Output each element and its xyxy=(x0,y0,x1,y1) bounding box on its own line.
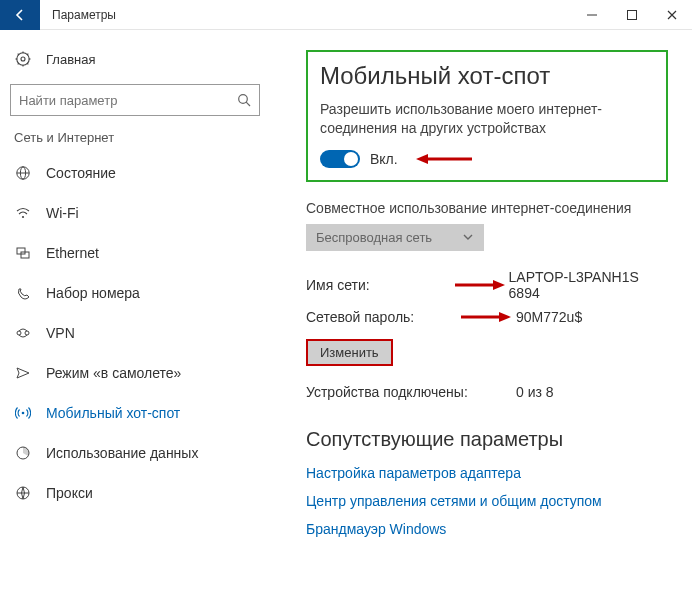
sidebar-item-label: Использование данных xyxy=(46,445,198,461)
sidebar-item-wifi[interactable]: Wi-Fi xyxy=(4,193,266,233)
chevron-down-icon xyxy=(462,231,474,243)
sidebar-item-datausage[interactable]: Использование данных xyxy=(4,433,266,473)
search-input[interactable] xyxy=(19,93,219,108)
svg-rect-1 xyxy=(628,10,637,19)
svg-marker-29 xyxy=(493,280,505,290)
link-network-center[interactable]: Центр управления сетями и общим доступом xyxy=(306,493,668,509)
dialup-icon xyxy=(14,285,32,301)
search-icon xyxy=(237,93,251,107)
sidebar-item-label: Мобильный хот-спот xyxy=(46,405,180,421)
svg-marker-31 xyxy=(499,312,511,322)
network-password-value: 90M772u$ xyxy=(516,309,582,325)
network-name-value: LAPTOP-L3PANH1S 6894 xyxy=(509,269,668,301)
network-password-row: Сетевой пароль: 90M772u$ xyxy=(306,309,668,325)
sidebar-item-proxy[interactable]: Прокси xyxy=(4,473,266,513)
svg-point-3 xyxy=(21,57,25,61)
sidebar-item-airplane[interactable]: Режим «в самолете» xyxy=(4,353,266,393)
link-adapter-settings[interactable]: Настройка параметров адаптера xyxy=(306,465,668,481)
maximize-button[interactable] xyxy=(612,0,652,30)
close-button[interactable] xyxy=(652,0,692,30)
sidebar: Главная Сеть и Интернет Состояние Wi-Fi … xyxy=(0,30,270,590)
wifi-icon xyxy=(14,205,32,221)
sidebar-item-status[interactable]: Состояние xyxy=(4,153,266,193)
sidebar-item-label: Режим «в самолете» xyxy=(46,365,181,381)
data-usage-icon xyxy=(14,445,32,461)
window-controls xyxy=(572,0,692,30)
gear-icon xyxy=(14,51,32,67)
sidebar-section-label: Сеть и Интернет xyxy=(4,130,266,145)
sidebar-item-label: Ethernet xyxy=(46,245,99,261)
back-button[interactable] xyxy=(0,0,40,30)
share-connection-dropdown[interactable]: Беспроводная сеть xyxy=(306,224,484,251)
devices-connected-value: 0 из 8 xyxy=(516,384,554,400)
minimize-button[interactable] xyxy=(572,0,612,30)
hotspot-icon xyxy=(14,405,32,421)
vpn-icon xyxy=(14,325,32,341)
svg-point-17 xyxy=(22,216,24,218)
highlight-box-green: Мобильный хот-спот Разрешить использован… xyxy=(306,50,668,182)
toggle-state-label: Вкл. xyxy=(370,151,398,167)
related-settings-heading: Сопутствующие параметры xyxy=(306,428,668,451)
svg-point-21 xyxy=(25,331,29,335)
window-title: Параметры xyxy=(52,8,572,22)
network-password-label: Сетевой пароль: xyxy=(306,309,456,325)
dropdown-value: Беспроводная сеть xyxy=(316,230,432,245)
network-name-label: Имя сети: xyxy=(306,277,451,293)
page-title: Мобильный хот-спот xyxy=(320,62,654,90)
link-firewall[interactable]: Брандмауэр Windows xyxy=(306,521,668,537)
arrow-left-icon xyxy=(13,8,27,22)
sidebar-item-label: Прокси xyxy=(46,485,93,501)
globe-icon xyxy=(14,165,32,181)
proxy-icon xyxy=(14,485,32,501)
content-pane: Мобильный хот-спот Разрешить использован… xyxy=(270,30,692,590)
toggle-row: Вкл. xyxy=(320,150,654,168)
sidebar-item-vpn[interactable]: VPN xyxy=(4,313,266,353)
edit-button[interactable]: Изменить xyxy=(306,339,393,366)
sidebar-item-label: Wi-Fi xyxy=(46,205,79,221)
devices-connected-row: Устройства подключены: 0 из 8 xyxy=(306,384,668,400)
title-bar: Параметры xyxy=(0,0,692,30)
sidebar-item-hotspot[interactable]: Мобильный хот-спот xyxy=(4,393,266,433)
svg-marker-27 xyxy=(416,154,428,164)
toggle-description: Разрешить использование моего интернет-с… xyxy=(320,100,654,138)
share-connection-heading: Совместное использование интернет-соедин… xyxy=(306,200,668,216)
svg-point-12 xyxy=(239,95,248,104)
svg-point-20 xyxy=(17,331,21,335)
svg-line-13 xyxy=(246,102,250,106)
devices-connected-label: Устройства подключены: xyxy=(306,384,516,400)
sidebar-home-label: Главная xyxy=(46,52,95,67)
network-name-row: Имя сети: LAPTOP-L3PANH1S 6894 xyxy=(306,269,668,301)
hotspot-toggle[interactable] xyxy=(320,150,360,168)
airplane-icon xyxy=(14,365,32,381)
annotation-arrow-icon xyxy=(416,151,472,167)
annotation-arrow-icon xyxy=(451,278,509,292)
ethernet-icon xyxy=(14,245,32,261)
sidebar-item-label: VPN xyxy=(46,325,75,341)
svg-point-22 xyxy=(22,412,25,415)
sidebar-home[interactable]: Главная xyxy=(4,42,266,76)
sidebar-item-label: Набор номера xyxy=(46,285,140,301)
annotation-arrow-icon xyxy=(456,310,516,324)
sidebar-item-dialup[interactable]: Набор номера xyxy=(4,273,266,313)
search-box[interactable] xyxy=(10,84,260,116)
sidebar-item-label: Состояние xyxy=(46,165,116,181)
sidebar-item-ethernet[interactable]: Ethernet xyxy=(4,233,266,273)
